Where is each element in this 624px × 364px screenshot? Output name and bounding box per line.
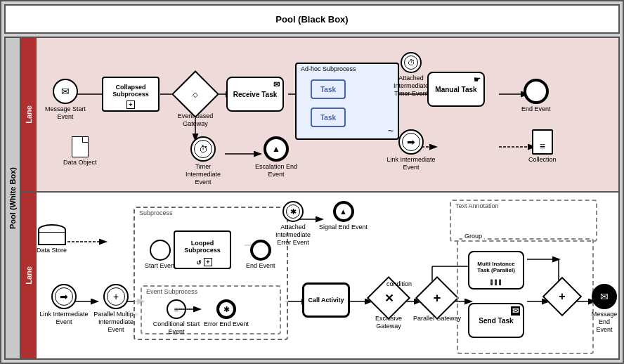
plus-gateway[interactable]: + (548, 282, 576, 311)
call-activity[interactable]: Call Activity (302, 282, 350, 318)
adhoc-task-2[interactable]: Task (311, 108, 346, 127)
parallel-gateway[interactable]: + Parallel Gateway (413, 282, 461, 323)
link-intermediate-top[interactable]: ➡ Link Intermediate Event (386, 129, 436, 171)
lane-bottom-label: Lane (21, 193, 37, 358)
lane-bottom: Lane (21, 193, 618, 358)
exclusive-gateway[interactable]: ✕ Exclusive Gateway (364, 282, 413, 330)
adhoc-subprocess[interactable]: Ad-hoc Subprocess ~ Task Task (295, 63, 399, 140)
pool-black-box-label: Pool (Black Box) (275, 14, 348, 25)
subprocess-container: Subprocess Start Event Looped Subprocess… (134, 207, 288, 340)
condition-label: condition (386, 280, 412, 287)
pool-black-box: Pool (Black Box) (4, 4, 620, 34)
manual-task[interactable]: ☛ Manual Task (427, 72, 485, 107)
event-based-gateway[interactable]: ◇ Event-based Gateway (174, 77, 216, 128)
timer-intermediate-event[interactable]: ⏱ Timer Intermediate Event (178, 136, 228, 186)
conditional-start-event[interactable]: ≡ Conditional Start Event (152, 299, 201, 336)
link-intermediate-bottom[interactable]: ➡ Link Intermediate Event (39, 284, 89, 326)
escalation-end-event[interactable]: ▲ Escalation End Event (252, 136, 301, 178)
message-start-event[interactable]: ✉ Message Start Event (41, 79, 90, 121)
message-end-event[interactable]: ✉ Message End Event (590, 284, 618, 333)
pool-white-box: Pool (White Box) Lane (4, 37, 620, 360)
signal-end-event[interactable]: ▲ Signal End Event (319, 201, 368, 231)
lane-top: Lane (21, 38, 618, 193)
receive-task[interactable]: ✉ Receive Task (226, 77, 284, 112)
attached-error-event[interactable]: ✱ Attached Intermediate Error Event (268, 201, 318, 246)
send-task[interactable]: ✉ Send Task (468, 303, 524, 338)
pool-white-box-vertical-label: Pool (White Box) (6, 38, 21, 358)
diagram-container: Pool (Black Box) Message Flow Pool (Whit… (0, 0, 624, 364)
error-end-event[interactable]: ✱ Error End Event (204, 299, 249, 328)
start-event-sub[interactable]: Start Event (145, 240, 176, 270)
adhoc-task-1[interactable]: Task (311, 79, 346, 99)
multi-instance-task[interactable]: Multi Instance Task (Parallel) ⫿⫿⫿ (468, 251, 524, 290)
event-subprocess-label: Event Subprocess (146, 288, 197, 295)
end-event-top[interactable]: End Event (521, 79, 551, 113)
collection[interactable]: ≡ Collection (528, 129, 557, 164)
data-object[interactable]: Data Object (63, 136, 97, 167)
lane-top-label: Lane (21, 38, 37, 191)
collapsed-subprocess[interactable]: Collapsed Subprocess + (102, 77, 160, 113)
event-subprocess-container: Event Subprocess ≡ Conditional Start Eve… (141, 285, 281, 334)
looped-subprocess[interactable]: Looped Subprocess ↺ + (174, 230, 231, 269)
data-store[interactable]: Data Store (37, 224, 67, 254)
